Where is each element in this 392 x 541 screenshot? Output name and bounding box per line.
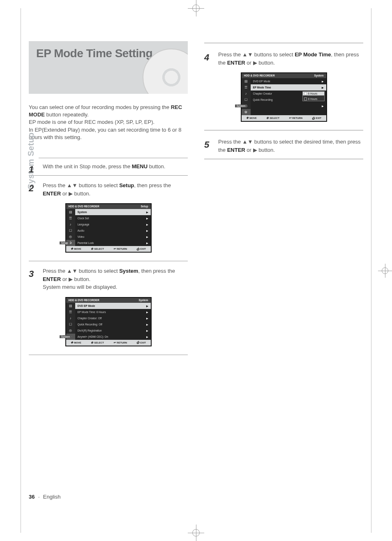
step-2: 2 Press the ▲▼ buttons to select Setup, … — [29, 181, 188, 197]
step-3: 3 Press the ▲▼ buttons to select System,… — [29, 267, 188, 291]
page-footer: 36 - English — [29, 494, 60, 500]
disc-mgr-icon: ◎ — [66, 234, 75, 240]
page-number: 36 — [29, 494, 35, 500]
intro-text: You can select one of four recording mod… — [29, 104, 188, 141]
photo-icon: ☐ — [66, 228, 75, 234]
title-list-icon: ☰ — [66, 215, 75, 221]
language-label: English — [43, 494, 61, 500]
osd-screenshot-1: HDD & DVD RECORDER Setup ▤ ☰ ♪ ☐ ◎ ✿ — [65, 203, 152, 253]
side-tab: System Setup — [26, 132, 36, 189]
osd-screenshot-2: HDD & DVD RECORDER System ▤ ☰ ♪ ☐ ◎ ✿ — [65, 297, 152, 346]
step-5: 5 Press the ▲▼ buttons to select the des… — [204, 138, 363, 154]
osd-screenshot-3: HDD & DVD RECORDER System ▤ ☰ ♪ ☐ ◎ ✿ — [241, 72, 327, 122]
title-block: EP Mode Time Setting — [29, 41, 188, 94]
music-icon: ♪ — [66, 221, 75, 228]
library-icon: ▤ — [66, 209, 75, 215]
step-1: 1 With the unit in Stop mode, press the … — [29, 163, 188, 171]
step-4: 4 Press the ▲▼ buttons to select EP Mode… — [204, 51, 363, 67]
